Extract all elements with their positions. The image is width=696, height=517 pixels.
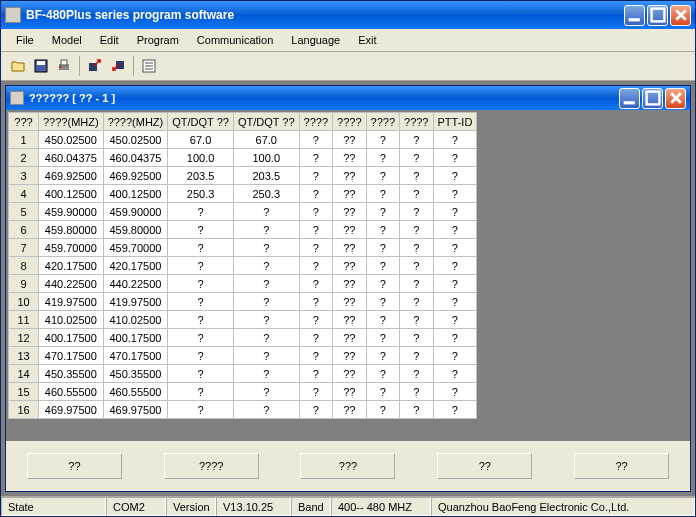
cell[interactable]: ? (433, 239, 477, 257)
cell[interactable]: 203.5 (233, 167, 299, 185)
cell[interactable]: ?? (333, 203, 366, 221)
cell[interactable]: ? (400, 167, 433, 185)
col-header[interactable]: ???? (400, 113, 433, 131)
cell[interactable]: 420.17500 (103, 257, 168, 275)
cell[interactable]: ? (168, 275, 234, 293)
cell[interactable]: ?? (333, 149, 366, 167)
cell[interactable]: ? (433, 311, 477, 329)
cell[interactable]: 250.3 (233, 185, 299, 203)
action-button[interactable]: ??? (300, 453, 395, 479)
cell[interactable]: ? (433, 293, 477, 311)
channel-grid[interactable]: ???????(MHZ)????(MHZ)QT/DQT ??QT/DQT ???… (8, 112, 477, 419)
cell[interactable]: ? (366, 221, 399, 239)
table-row[interactable]: 2460.04375460.04375100.0100.0?????? (9, 149, 477, 167)
cell[interactable]: ? (400, 293, 433, 311)
cell[interactable]: 460.55500 (103, 383, 168, 401)
cell[interactable]: 1 (9, 131, 39, 149)
cell[interactable]: ? (433, 131, 477, 149)
cell[interactable]: 410.02500 (103, 311, 168, 329)
cell[interactable]: 13 (9, 347, 39, 365)
cell[interactable]: ? (433, 365, 477, 383)
cell[interactable]: 459.90000 (103, 203, 168, 221)
cell[interactable]: 420.17500 (39, 257, 104, 275)
cell[interactable]: 419.97500 (39, 293, 104, 311)
cell[interactable]: ? (433, 167, 477, 185)
cell[interactable]: ? (233, 347, 299, 365)
table-row[interactable]: 16469.97500469.97500???????? (9, 401, 477, 419)
menu-file[interactable]: File (9, 32, 41, 48)
col-header[interactable]: ???? (366, 113, 399, 131)
cell[interactable]: ? (299, 383, 332, 401)
cell[interactable]: 450.02500 (39, 131, 104, 149)
cell[interactable]: ? (400, 203, 433, 221)
cell[interactable]: 100.0 (233, 149, 299, 167)
cell[interactable]: ? (299, 365, 332, 383)
table-row[interactable]: 13470.17500470.17500???????? (9, 347, 477, 365)
cell[interactable]: 469.92500 (39, 167, 104, 185)
action-button[interactable]: ?? (27, 453, 122, 479)
cell[interactable]: ? (299, 167, 332, 185)
cell[interactable]: ?? (333, 257, 366, 275)
cell[interactable]: ? (299, 311, 332, 329)
table-row[interactable]: 15460.55500460.55500???????? (9, 383, 477, 401)
cell[interactable]: ? (168, 311, 234, 329)
cell[interactable]: ?? (333, 329, 366, 347)
cell[interactable]: 459.80000 (103, 221, 168, 239)
settings-icon[interactable] (138, 55, 160, 77)
cell[interactable]: 67.0 (233, 131, 299, 149)
cell[interactable]: ? (366, 167, 399, 185)
cell[interactable]: 12 (9, 329, 39, 347)
table-row[interactable]: 7459.70000459.70000???????? (9, 239, 477, 257)
save-icon[interactable] (30, 55, 52, 77)
cell[interactable]: ? (366, 239, 399, 257)
cell[interactable]: ? (299, 293, 332, 311)
cell[interactable]: 250.3 (168, 185, 234, 203)
cell[interactable]: ? (366, 149, 399, 167)
cell[interactable]: ? (366, 185, 399, 203)
table-row[interactable]: 14450.35500450.35500???????? (9, 365, 477, 383)
cell[interactable]: 469.97500 (103, 401, 168, 419)
cell[interactable]: ? (299, 347, 332, 365)
cell[interactable]: ? (400, 131, 433, 149)
cell[interactable]: ? (400, 221, 433, 239)
action-button[interactable]: ?? (574, 453, 669, 479)
cell[interactable]: ? (233, 239, 299, 257)
cell[interactable]: 3 (9, 167, 39, 185)
menu-language[interactable]: Language (284, 32, 347, 48)
cell[interactable]: ?? (333, 239, 366, 257)
col-header[interactable]: ????(MHZ) (103, 113, 168, 131)
table-row[interactable]: 5459.90000459.90000???????? (9, 203, 477, 221)
close-button[interactable] (670, 5, 691, 26)
cell[interactable]: ? (168, 203, 234, 221)
cell[interactable]: ? (168, 221, 234, 239)
col-header[interactable]: QT/DQT ?? (168, 113, 234, 131)
cell[interactable]: ? (233, 311, 299, 329)
cell[interactable]: ? (168, 347, 234, 365)
cell[interactable]: ? (433, 329, 477, 347)
cell[interactable]: ? (299, 221, 332, 239)
cell[interactable]: ? (299, 401, 332, 419)
minimize-button[interactable] (624, 5, 645, 26)
cell[interactable]: 450.35500 (39, 365, 104, 383)
cell[interactable]: ? (400, 347, 433, 365)
table-row[interactable]: 8420.17500420.17500???????? (9, 257, 477, 275)
cell[interactable]: ? (433, 275, 477, 293)
cell[interactable]: ?? (333, 167, 366, 185)
cell[interactable]: ?? (333, 401, 366, 419)
cell[interactable]: ? (168, 329, 234, 347)
cell[interactable]: ? (433, 347, 477, 365)
cell[interactable]: 459.90000 (39, 203, 104, 221)
cell[interactable]: ? (400, 329, 433, 347)
col-header[interactable]: ???? (333, 113, 366, 131)
write-icon[interactable] (107, 55, 129, 77)
cell[interactable]: 470.17500 (39, 347, 104, 365)
cell[interactable]: ? (233, 257, 299, 275)
table-row[interactable]: 3469.92500469.92500203.5203.5?????? (9, 167, 477, 185)
child-close-button[interactable] (665, 88, 686, 109)
cell[interactable]: ? (400, 275, 433, 293)
cell[interactable]: ? (366, 401, 399, 419)
menu-edit[interactable]: Edit (93, 32, 126, 48)
cell[interactable]: ? (433, 185, 477, 203)
cell[interactable]: ? (168, 293, 234, 311)
cell[interactable]: 67.0 (168, 131, 234, 149)
